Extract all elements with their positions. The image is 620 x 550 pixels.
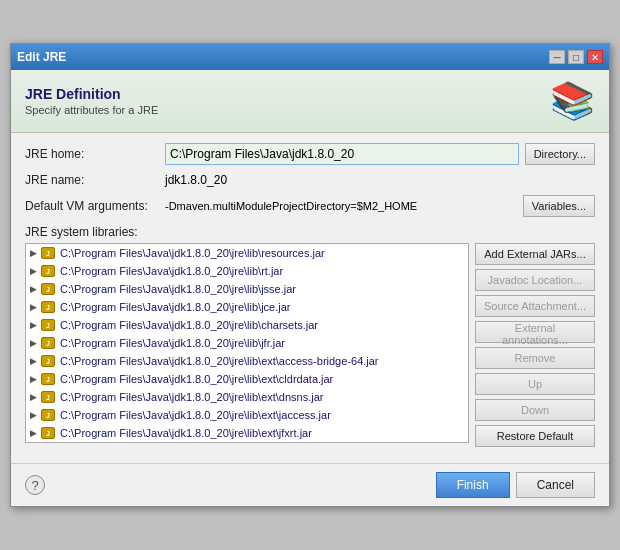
content-area: JRE home: Directory... JRE name: jdk1.8.…	[11, 133, 609, 457]
library-path-text: C:\Program Files\Java\jdk1.8.0_20\jre\li…	[60, 319, 318, 331]
expand-arrow-icon: ▶	[30, 320, 37, 330]
jar-icon-inner: J	[41, 247, 55, 259]
list-item[interactable]: ▶JC:\Program Files\Java\jdk1.8.0_20\jre\…	[26, 262, 468, 280]
header-section: JRE Definition Specify attributes for a …	[11, 70, 609, 133]
jar-file-icon: J	[40, 282, 56, 296]
jar-icon-inner: J	[41, 373, 55, 385]
library-path-text: C:\Program Files\Java\jdk1.8.0_20\jre\li…	[60, 391, 324, 403]
external-annotations-button[interactable]: External annotations...	[475, 321, 595, 343]
finish-button[interactable]: Finish	[436, 472, 510, 498]
jar-file-icon: J	[40, 354, 56, 368]
jar-icon-inner: J	[41, 427, 55, 439]
list-item[interactable]: ▶JC:\Program Files\Java\jdk1.8.0_20\jre\…	[26, 298, 468, 316]
maximize-button[interactable]: □	[568, 50, 584, 64]
library-path-text: C:\Program Files\Java\jdk1.8.0_20\jre\li…	[60, 409, 331, 421]
header-subtitle: Specify attributes for a JRE	[25, 104, 158, 116]
jar-icon-inner: J	[41, 391, 55, 403]
library-path-text: C:\Program Files\Java\jdk1.8.0_20\jre\li…	[60, 373, 333, 385]
jar-icon-inner: J	[41, 355, 55, 367]
expand-arrow-icon: ▶	[30, 356, 37, 366]
list-item[interactable]: ▶JC:\Program Files\Java\jdk1.8.0_20\jre\…	[26, 442, 468, 443]
jre-name-value: jdk1.8.0_20	[165, 173, 595, 187]
variables-button[interactable]: Variables...	[523, 195, 595, 217]
list-item[interactable]: ▶JC:\Program Files\Java\jdk1.8.0_20\jre\…	[26, 316, 468, 334]
jar-file-icon: J	[40, 246, 56, 260]
source-attachment-button[interactable]: Source Attachment...	[475, 295, 595, 317]
expand-arrow-icon: ▶	[30, 302, 37, 312]
vm-args-row: Default VM arguments: -Dmaven.multiModul…	[25, 195, 595, 217]
window-controls: ─ □ ✕	[549, 50, 603, 64]
jar-file-icon: J	[40, 390, 56, 404]
add-external-jars-button[interactable]: Add External JARs...	[475, 243, 595, 265]
list-item[interactable]: ▶JC:\Program Files\Java\jdk1.8.0_20\jre\…	[26, 280, 468, 298]
jar-file-icon: J	[40, 372, 56, 386]
close-button[interactable]: ✕	[587, 50, 603, 64]
jar-file-icon: J	[40, 336, 56, 350]
libraries-section-label: JRE system libraries:	[25, 225, 595, 239]
footer: ? Finish Cancel	[11, 463, 609, 506]
jar-file-icon: J	[40, 318, 56, 332]
jre-icon: 📚	[550, 80, 595, 122]
down-button[interactable]: Down	[475, 399, 595, 421]
library-path-text: C:\Program Files\Java\jdk1.8.0_20\jre\li…	[60, 283, 296, 295]
directory-button[interactable]: Directory...	[525, 143, 595, 165]
window-title: Edit JRE	[17, 50, 66, 64]
expand-arrow-icon: ▶	[30, 284, 37, 294]
restore-default-button[interactable]: Restore Default	[475, 425, 595, 447]
list-item[interactable]: ▶JC:\Program Files\Java\jdk1.8.0_20\jre\…	[26, 424, 468, 442]
library-path-text: C:\Program Files\Java\jdk1.8.0_20\jre\li…	[60, 247, 325, 259]
library-path-text: C:\Program Files\Java\jdk1.8.0_20\jre\li…	[60, 265, 283, 277]
jar-icon-inner: J	[41, 409, 55, 421]
jre-home-row: JRE home: Directory...	[25, 143, 595, 165]
expand-arrow-icon: ▶	[30, 248, 37, 258]
jar-icon-inner: J	[41, 265, 55, 277]
list-item[interactable]: ▶JC:\Program Files\Java\jdk1.8.0_20\jre\…	[26, 388, 468, 406]
jre-name-label: JRE name:	[25, 173, 165, 187]
expand-arrow-icon: ▶	[30, 392, 37, 402]
jar-file-icon: J	[40, 300, 56, 314]
minimize-button[interactable]: ─	[549, 50, 565, 64]
remove-button[interactable]: Remove	[475, 347, 595, 369]
header-text: JRE Definition Specify attributes for a …	[25, 86, 158, 116]
expand-arrow-icon: ▶	[30, 410, 37, 420]
javadoc-location-button[interactable]: Javadoc Location...	[475, 269, 595, 291]
edit-jre-window: Edit JRE ─ □ ✕ JRE Definition Specify at…	[10, 43, 610, 507]
library-path-text: C:\Program Files\Java\jdk1.8.0_20\jre\li…	[60, 337, 285, 349]
title-bar: Edit JRE ─ □ ✕	[11, 44, 609, 70]
vm-args-value: -Dmaven.multiModuleProjectDirectory=$M2_…	[165, 200, 517, 212]
jar-icon-inner: J	[41, 337, 55, 349]
expand-arrow-icon: ▶	[30, 338, 37, 348]
help-button[interactable]: ?	[25, 475, 45, 495]
library-action-buttons: Add External JARs... Javadoc Location...…	[475, 243, 595, 447]
jre-home-label: JRE home:	[25, 147, 165, 161]
jar-icon-inner: J	[41, 319, 55, 331]
vm-args-label: Default VM arguments:	[25, 199, 165, 213]
jre-home-input[interactable]	[165, 143, 519, 165]
library-path-text: C:\Program Files\Java\jdk1.8.0_20\jre\li…	[60, 301, 290, 313]
up-button[interactable]: Up	[475, 373, 595, 395]
expand-arrow-icon: ▶	[30, 428, 37, 438]
header-title: JRE Definition	[25, 86, 158, 102]
expand-arrow-icon: ▶	[30, 266, 37, 276]
list-item[interactable]: ▶JC:\Program Files\Java\jdk1.8.0_20\jre\…	[26, 352, 468, 370]
libraries-list[interactable]: ▶JC:\Program Files\Java\jdk1.8.0_20\jre\…	[25, 243, 469, 443]
footer-buttons: Finish Cancel	[436, 472, 595, 498]
jar-icon-inner: J	[41, 283, 55, 295]
expand-arrow-icon: ▶	[30, 374, 37, 384]
library-path-text: C:\Program Files\Java\jdk1.8.0_20\jre\li…	[60, 427, 312, 439]
libraries-container: ▶JC:\Program Files\Java\jdk1.8.0_20\jre\…	[25, 243, 595, 447]
jar-file-icon: J	[40, 426, 56, 440]
list-item[interactable]: ▶JC:\Program Files\Java\jdk1.8.0_20\jre\…	[26, 406, 468, 424]
list-item[interactable]: ▶JC:\Program Files\Java\jdk1.8.0_20\jre\…	[26, 334, 468, 352]
jar-file-icon: J	[40, 408, 56, 422]
list-item[interactable]: ▶JC:\Program Files\Java\jdk1.8.0_20\jre\…	[26, 370, 468, 388]
cancel-button[interactable]: Cancel	[516, 472, 595, 498]
list-item[interactable]: ▶JC:\Program Files\Java\jdk1.8.0_20\jre\…	[26, 244, 468, 262]
jre-name-row: JRE name: jdk1.8.0_20	[25, 173, 595, 187]
library-path-text: C:\Program Files\Java\jdk1.8.0_20\jre\li…	[60, 355, 379, 367]
jar-icon-inner: J	[41, 301, 55, 313]
jar-file-icon: J	[40, 264, 56, 278]
